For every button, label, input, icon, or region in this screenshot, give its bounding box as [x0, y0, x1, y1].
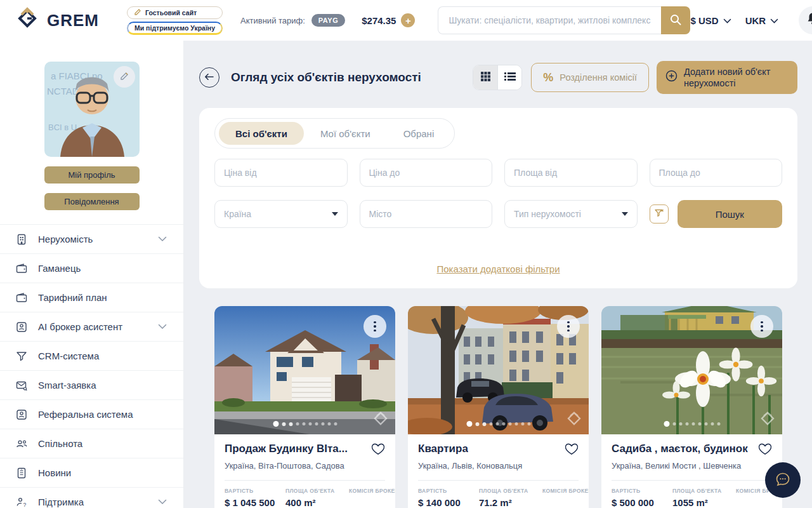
sidebar-item-wallet[interactable]: Гаманець — [0, 254, 183, 283]
chat-button[interactable] — [765, 462, 801, 498]
list-icon — [504, 72, 516, 83]
property-stats: ВАРТІСТЬ $ 1 045 500 ПЛОЩА ОБ'ЕКТА 400 m… — [225, 488, 385, 508]
edit-photo-button[interactable] — [114, 66, 135, 88]
favorite-button[interactable] — [565, 443, 579, 457]
add-property-button[interactable]: Додати новий об'єкт нерухомості — [657, 61, 797, 94]
people-icon — [15, 438, 28, 450]
balance: $274.35 + — [362, 13, 415, 27]
card-menu-button[interactable] — [557, 315, 580, 338]
more-filters-link[interactable]: Показати додаткові фільтри — [436, 264, 560, 274]
sidebar-item-ai-broker[interactable]: AI брокер асистент — [0, 312, 183, 342]
tab-my-objects[interactable]: Мої об'єкти — [304, 122, 387, 145]
chevron-down-icon — [158, 236, 167, 242]
news-icon — [15, 467, 28, 479]
grem-watermark-icon — [759, 410, 776, 429]
clear-filters-button[interactable] — [650, 204, 669, 224]
wallet-icon — [15, 291, 28, 304]
favorite-button[interactable] — [371, 443, 385, 457]
commission-split-button[interactable]: % Розділення комісії — [531, 63, 649, 92]
area-value: 71.2 m² — [479, 497, 537, 508]
caret-down-icon — [622, 212, 628, 216]
price-label: ВАРТІСТЬ — [225, 488, 280, 494]
commission-label: КОМІСІЯ БРОКЕРА — [349, 488, 395, 494]
carousel-dots[interactable] — [664, 421, 720, 427]
price-value: $ 500 000 — [612, 497, 667, 508]
price-label: ВАРТІСТЬ — [612, 488, 667, 494]
property-card[interactable]: Квартира Україна, Львів, Коновальця ВАРТ… — [408, 306, 589, 508]
add-property-label: Додати новий об'єкт нерухомості — [684, 66, 789, 89]
tariff-plan-badge[interactable]: PAYG — [311, 14, 345, 27]
svg-text:BCI в U: BCI в U — [48, 123, 77, 132]
sidebar-item-crm[interactable]: CRM-система — [0, 342, 183, 371]
list-view-button[interactable] — [497, 65, 521, 90]
sidebar-item-label: Гаманець — [38, 263, 81, 274]
area-to-input[interactable] — [650, 159, 783, 187]
price-to-input[interactable] — [360, 159, 493, 187]
title-row: Огляд усіх об'єктів нерухомості % Розділ… — [199, 61, 797, 94]
property-photo[interactable] — [214, 306, 395, 434]
area-from-input[interactable] — [504, 159, 638, 187]
search-submit-button[interactable]: Пошук — [678, 200, 783, 228]
property-type-select[interactable]: Тип нерухомості — [504, 200, 638, 228]
currency-label: $ USD — [690, 15, 718, 26]
carousel-dots[interactable] — [466, 421, 530, 427]
sidebar-item-label: Тарифний план — [38, 292, 107, 303]
notifications-button[interactable]: 12 — [799, 6, 812, 34]
price-from-input[interactable] — [214, 159, 348, 187]
sidebar-item-smart-request[interactable]: Smart-заявка — [0, 371, 183, 400]
sidebar-item-label: Підтримка — [38, 497, 84, 507]
grem-watermark-icon — [372, 410, 389, 429]
funnel-icon — [15, 350, 28, 363]
search-icon — [669, 13, 682, 28]
grem-logo-icon — [15, 6, 39, 34]
carousel-dots[interactable] — [273, 421, 337, 427]
messages-button[interactable]: Повідомлення — [44, 193, 140, 210]
property-title[interactable]: Продаж Будинку ВІта... — [225, 443, 348, 455]
grid-view-button[interactable] — [473, 65, 497, 90]
sidebar-item-real-estate[interactable]: Нерухомість — [0, 225, 183, 254]
tab-favorites[interactable]: Обрані — [387, 122, 451, 145]
city-input[interactable] — [360, 200, 493, 228]
svg-text:NCTAD: NCTAD — [47, 86, 79, 97]
search-input[interactable] — [438, 6, 661, 34]
guest-site-label: Гостьовий сайт — [145, 9, 197, 17]
currency-selector[interactable]: $ USD — [690, 15, 731, 26]
price-value: $ 1 045 500 — [225, 497, 280, 508]
property-photo[interactable] — [601, 306, 782, 434]
support-icon: ? — [15, 496, 28, 508]
sidebar-item-label: Нерухомість — [38, 234, 93, 244]
heart-icon — [565, 443, 579, 457]
profile-photo: a FIABCI no NCTAD BCI в U — [44, 62, 140, 157]
tariff-label: Активний тариф: — [240, 16, 305, 25]
sidebar-item-tariff-plan[interactable]: Тарифний план — [0, 283, 183, 312]
person-card-icon — [15, 321, 28, 333]
back-button[interactable] — [199, 67, 219, 88]
search-button[interactable] — [661, 6, 690, 34]
property-title[interactable]: Садиба , маєток, будинок — [612, 443, 748, 455]
object-tabs: Всі об'єкти Мої об'єкти Обрані — [214, 118, 455, 149]
building-icon — [15, 233, 28, 246]
sidebar-item-label: AI брокер асистент — [38, 321, 122, 332]
property-photo[interactable] — [408, 306, 589, 434]
tab-all-objects[interactable]: Всі об'єкти — [219, 122, 304, 145]
top-up-balance-button[interactable]: + — [401, 13, 415, 27]
favorite-button[interactable] — [758, 443, 772, 457]
guest-site-button[interactable]: Гостьовий сайт — [127, 6, 223, 19]
card-menu-button[interactable] — [363, 315, 386, 338]
wallet-icon — [15, 262, 28, 275]
filters-panel: Всі об'єкти Мої об'єкти Обрані Країна Ти… — [199, 108, 797, 288]
sidebar-item-news[interactable]: Новини — [0, 458, 183, 488]
commission-label: КОМІСІЯ БРОКЕРА — [542, 488, 589, 494]
property-card[interactable]: Садиба , маєток, будинок Україна, Великі… — [601, 306, 782, 508]
sidebar-item-referral[interactable]: Реферальна система — [0, 400, 183, 429]
my-profile-button[interactable]: Мій профіль — [44, 166, 140, 184]
country-select[interactable]: Країна — [214, 200, 348, 228]
country-select-value: Країна — [224, 209, 251, 219]
sidebar-item-community[interactable]: Спільнота — [0, 429, 183, 458]
property-title[interactable]: Квартира — [418, 443, 468, 455]
card-menu-button[interactable] — [750, 315, 773, 338]
brand[interactable]: GREM — [15, 6, 99, 34]
property-card[interactable]: Продаж Будинку ВІта... Україна, Віта-Пош… — [214, 306, 395, 508]
sidebar-item-support[interactable]: ? Підтримка — [0, 488, 183, 508]
language-selector[interactable]: UKR — [745, 15, 779, 26]
